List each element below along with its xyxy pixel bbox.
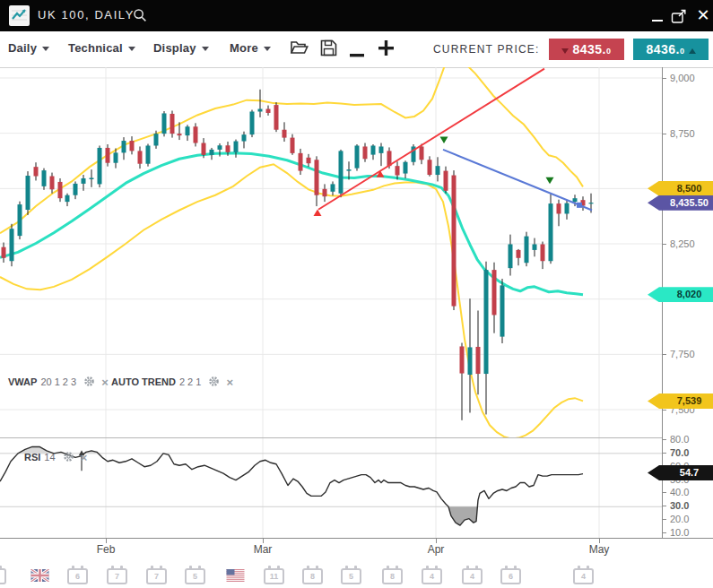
uk-flag-icon[interactable] [30,569,49,582]
rsi-line[interactable] [0,446,583,525]
candle [500,279,505,343]
candle-body [420,146,424,160]
calendar-event-icon[interactable]: 5 [341,568,361,584]
candle [170,111,175,138]
candle-body [525,237,529,264]
rsi-axis-label: 40.0 [663,486,713,498]
candle-body [323,189,327,196]
candle-body [500,285,505,336]
candle-body [138,151,143,163]
candle [557,200,561,227]
candle [58,178,63,202]
zoom-out-icon[interactable] [350,46,365,62]
menu-technical[interactable]: Technical [68,41,135,55]
candle-body [258,109,263,112]
calendar-event-icon[interactable]: 1 [0,568,6,584]
candle-body [242,134,247,141]
candle-body [162,113,167,134]
trendline-handle[interactable] [577,203,582,208]
calendar-event-icon[interactable]: 8 [302,568,323,584]
close-icon[interactable]: × [101,376,109,389]
rsi-value-badge: 54.7 [648,465,713,480]
buy-price-button[interactable]: 8436.0 [633,39,709,60]
candle [65,194,70,206]
candle [492,263,497,333]
candle-body [331,184,335,191]
candle-body [476,347,481,374]
candle [74,181,78,199]
close-icon[interactable]: ✕ [692,0,713,31]
rsi-axis-label: 30.0 [663,499,713,512]
falling-trendline[interactable] [443,150,592,211]
candle [122,137,126,160]
candle [404,160,408,178]
candle-body [549,203,553,261]
menu-display[interactable]: Display [153,41,209,55]
candle-body [266,109,271,113]
calendar-event-icon[interactable]: 11 [264,568,284,584]
popout-icon[interactable] [671,0,692,31]
candle [549,194,553,264]
rsi-chart-canvas[interactable] [0,437,662,538]
candle-body [460,346,465,373]
zoom-in-icon[interactable] [378,39,395,60]
candle-body [557,203,561,213]
candle [484,262,489,415]
chevron-down-icon [42,47,49,51]
candle-body [565,203,570,214]
calendar-event-icon[interactable]: 4 [422,568,442,584]
menu-more[interactable]: More [230,41,271,55]
candle [363,143,368,162]
candle-body [194,126,198,143]
price-axis-label: 8,250 [663,238,713,250]
candle [533,238,537,257]
candle [186,125,190,141]
candle [460,343,465,420]
calendar-event-icon[interactable]: 5 [185,568,205,584]
candle [266,106,271,116]
price-axis[interactable]: 9,0008,7508,2507,7507,50080.070.060.050.… [662,67,713,538]
sell-price-button[interactable]: 8435.0 [549,39,624,60]
candle-body [371,145,376,154]
calendar-event-icon[interactable]: 7 [146,568,167,584]
month-label: Mar [254,543,273,556]
open-folder-icon[interactable] [290,39,309,59]
save-icon[interactable] [320,39,337,60]
calendar-event-icon[interactable]: 6 [67,568,88,584]
close-icon[interactable]: × [227,376,234,389]
candle [234,140,239,158]
candle-body [428,160,432,175]
calendar-event-icon[interactable]: 7 [107,568,127,584]
month-label: May [589,543,610,556]
gear-icon[interactable] [63,451,74,464]
menu-timeframe[interactable]: Daily [8,41,49,55]
candle-body [533,244,537,249]
calendar-event-icon[interactable]: 4 [573,568,594,584]
candle-body [122,141,126,152]
calendar-event-icon[interactable]: 4 [462,568,483,584]
gear-icon[interactable] [83,376,95,389]
chevron-down-icon [128,47,135,51]
chevron-down-icon [264,47,271,51]
us-flag-icon[interactable] [226,569,245,582]
candle-body [154,134,159,145]
candle [138,146,143,169]
candle-body [396,166,400,175]
price-marker-badge: 8,435.50 [648,195,713,211]
rsi-axis-label: 80.0 [663,433,713,445]
candle-body [274,105,279,130]
buy-signal-triangle [377,170,385,177]
close-icon[interactable]: × [81,451,88,464]
candle [541,242,545,270]
minimize-button[interactable] [648,0,669,31]
candle-body [218,145,222,150]
candle [307,154,311,167]
candle-body [106,148,110,163]
calendar-event-icon[interactable]: 6 [500,568,521,584]
candle-body [18,204,22,236]
candle-body [210,150,214,155]
search-icon[interactable] [133,8,147,22]
candle-body [26,176,30,210]
gear-icon[interactable] [208,376,220,389]
calendar-event-icon[interactable]: 8 [382,568,403,584]
